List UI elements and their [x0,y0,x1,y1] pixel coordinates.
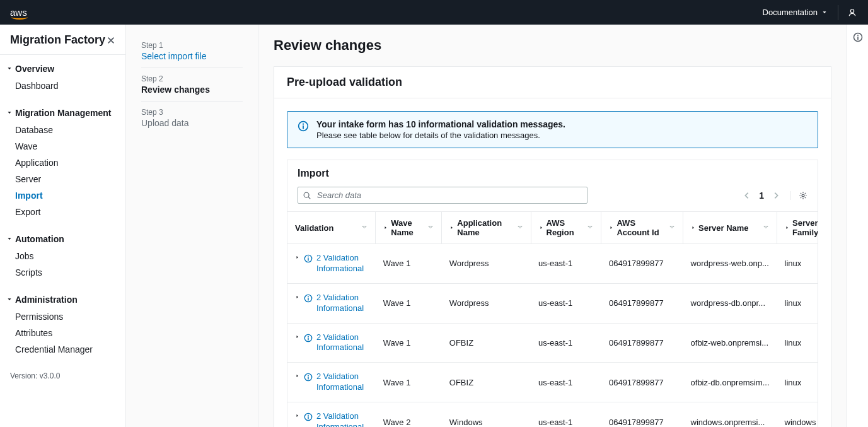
caret-right-icon [383,225,388,230]
caret-right-icon [539,225,544,230]
column-application-name[interactable]: Application Name [442,212,531,244]
cell-os: windows [777,402,818,427]
alert-description: Please see table below for details of th… [316,131,565,140]
prev-page-button[interactable] [741,190,753,201]
column-aws-account-id[interactable]: AWS Account Id [601,212,683,244]
info-rail[interactable] [847,25,868,427]
cell-server: ofbiz-db.onpremsim... [683,363,777,402]
documentation-label: Documentation [763,8,818,17]
aws-logo[interactable]: aws [10,7,27,18]
search-icon [303,191,311,200]
table-row: 2 Validation InformationalWave 2Windowsu… [287,402,818,427]
filter-icon[interactable] [587,225,593,231]
cell-acct: 064917899877 [601,283,683,323]
documentation-menu[interactable]: Documentation [763,8,828,17]
filter-icon[interactable] [427,225,434,231]
cell-os: linux [777,323,818,363]
info-icon [304,334,313,342]
nav-section-migration-management[interactable]: Migration Management [0,104,125,122]
cell-os: linux [777,283,818,323]
expand-icon [295,413,300,418]
cell-app: Windows [442,402,531,427]
nav-section-overview[interactable]: Overview [0,60,125,78]
search-box [298,187,587,204]
nav-item-wave[interactable]: Wave [0,138,125,155]
cell-wave: Wave 1 [376,363,442,402]
info-icon [853,32,863,42]
cell-acct: 064917899877 [601,244,683,284]
cell-server: wordpress-web.onp... [683,244,777,284]
nav-item-jobs[interactable]: Jobs [0,248,125,264]
cell-wave: Wave 2 [376,402,442,427]
wizard-steps: Step 1Select import fileStep 2Review cha… [126,25,258,427]
pagination: 1 [741,190,807,201]
caret-right-icon [449,225,454,230]
validation-cell[interactable]: 2 Validation Informational [295,293,368,314]
nav-item-attributes[interactable]: Attributes [0,325,125,341]
step-number: Step 3 [141,108,243,117]
user-menu[interactable] [838,5,858,20]
cell-wave: Wave 1 [376,323,442,363]
expand-icon [295,295,300,300]
cell-server: windows.onpremsi... [683,402,777,427]
column-server-os-family[interactable]: Server OS Family [777,212,818,244]
filter-icon[interactable] [669,225,675,231]
caret-right-icon [691,225,696,230]
nav-item-dashboard[interactable]: Dashboard [0,78,125,94]
cell-region: us-east-1 [531,323,601,363]
step-select-import-file[interactable]: Select import file [141,51,243,61]
nav-section-automation[interactable]: Automation [0,230,125,248]
import-subpanel: Import 1 [287,160,818,427]
cell-wave: Wave 1 [376,244,442,284]
version-label: Version: v3.0.0 [0,363,125,389]
caret-down-icon [6,110,13,116]
search-input[interactable] [298,187,587,204]
nav-item-export[interactable]: Export [0,204,125,220]
settings-button[interactable] [790,191,807,200]
step-review-changes: Review changes [141,85,243,95]
column-validation[interactable]: Validation [287,212,376,244]
close-icon [107,36,115,45]
cell-acct: 064917899877 [601,402,683,427]
caret-down-icon [6,66,13,72]
expand-icon [295,255,300,260]
column-wave-name[interactable]: Wave Name [376,212,442,244]
sidebar-close-button[interactable] [107,36,115,45]
user-icon [848,8,857,17]
next-page-button[interactable] [770,190,782,201]
nav-item-permissions[interactable]: Permissions [0,308,125,325]
column-server-name[interactable]: Server Name [683,212,777,244]
nav-item-credential-manager[interactable]: Credential Manager [0,341,125,358]
validation-cell[interactable]: 2 Validation Informational [295,371,368,393]
caret-down-icon [6,236,13,242]
info-icon [304,294,313,303]
sidebar: Migration Factory OverviewDashboardMigra… [0,25,126,427]
validation-cell[interactable]: 2 Validation Informational [295,411,368,427]
nav-item-application[interactable]: Application [0,155,125,171]
validation-cell[interactable]: 2 Validation Informational [295,253,368,274]
cell-region: us-east-1 [531,244,601,284]
cell-region: us-east-1 [531,363,601,402]
info-icon [304,373,313,382]
nav-item-import[interactable]: Import [0,187,125,204]
caret-right-icon [609,225,614,230]
expand-icon [295,334,300,339]
nav-item-scripts[interactable]: Scripts [0,264,125,281]
info-icon [298,120,309,140]
cell-app: Wordpress [442,283,531,323]
import-table: ValidationWave NameApplication NameAWS R… [287,211,818,427]
nav-section-administration[interactable]: Administration [0,291,125,308]
step-number: Step 1 [141,41,243,50]
main-content: Review changes Pre-upload validation You… [258,25,847,427]
validation-cell[interactable]: 2 Validation Informational [295,332,368,354]
filter-icon[interactable] [763,225,769,231]
cell-os: linux [777,244,818,284]
step-number: Step 2 [141,74,243,83]
cell-region: us-east-1 [531,402,601,427]
nav-item-server[interactable]: Server [0,171,125,187]
panel-title: Pre-upload validation [287,76,818,89]
filter-icon[interactable] [361,225,367,231]
nav-item-database[interactable]: Database [0,122,125,138]
filter-icon[interactable] [517,225,523,231]
column-aws-region[interactable]: AWS Region [531,212,601,244]
